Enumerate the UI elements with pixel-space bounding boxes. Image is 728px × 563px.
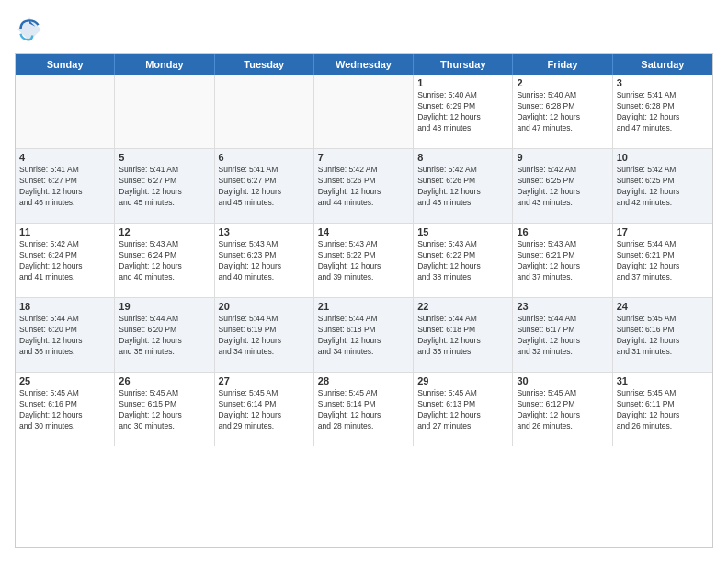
calendar: SundayMondayTuesdayWednesdayThursdayFrid… (15, 53, 713, 548)
day-cell-31: 31Sunrise: 5:45 AM Sunset: 6:11 PM Dayli… (613, 373, 712, 446)
day-info: Sunrise: 5:44 AM Sunset: 6:19 PM Dayligh… (219, 314, 310, 358)
day-info: Sunrise: 5:44 AM Sunset: 6:17 PM Dayligh… (517, 314, 608, 358)
day-info: Sunrise: 5:42 AM Sunset: 6:25 PM Dayligh… (617, 165, 709, 209)
day-cell-24: 24Sunrise: 5:45 AM Sunset: 6:16 PM Dayli… (613, 298, 712, 372)
day-number: 4 (19, 152, 110, 163)
day-info: Sunrise: 5:44 AM Sunset: 6:20 PM Dayligh… (119, 314, 210, 358)
day-cell-16: 16Sunrise: 5:43 AM Sunset: 6:21 PM Dayli… (513, 224, 612, 297)
day-number: 31 (617, 375, 709, 386)
calendar-row-2: 4Sunrise: 5:41 AM Sunset: 6:27 PM Daylig… (16, 149, 712, 224)
day-info: Sunrise: 5:41 AM Sunset: 6:28 PM Dayligh… (617, 90, 709, 134)
day-cell-15: 15Sunrise: 5:43 AM Sunset: 6:22 PM Dayli… (414, 224, 513, 297)
calendar-row-4: 18Sunrise: 5:44 AM Sunset: 6:20 PM Dayli… (16, 298, 712, 373)
day-cell-30: 30Sunrise: 5:45 AM Sunset: 6:12 PM Dayli… (513, 373, 612, 446)
day-cell-17: 17Sunrise: 5:44 AM Sunset: 6:21 PM Dayli… (613, 224, 712, 297)
empty-cell (314, 75, 414, 148)
day-info: Sunrise: 5:45 AM Sunset: 6:15 PM Dayligh… (119, 388, 210, 432)
empty-cell (215, 75, 314, 148)
day-number: 26 (119, 375, 210, 386)
day-info: Sunrise: 5:40 AM Sunset: 6:29 PM Dayligh… (417, 90, 508, 134)
day-cell-5: 5Sunrise: 5:41 AM Sunset: 6:27 PM Daylig… (115, 149, 214, 223)
logo (15, 15, 50, 44)
day-info: Sunrise: 5:44 AM Sunset: 6:21 PM Dayligh… (617, 239, 709, 283)
day-cell-25: 25Sunrise: 5:45 AM Sunset: 6:16 PM Dayli… (16, 373, 115, 446)
day-number: 28 (318, 375, 409, 386)
day-info: Sunrise: 5:41 AM Sunset: 6:27 PM Dayligh… (19, 165, 110, 209)
day-number: 19 (119, 301, 210, 312)
day-cell-6: 6Sunrise: 5:41 AM Sunset: 6:27 PM Daylig… (215, 149, 314, 223)
day-cell-18: 18Sunrise: 5:44 AM Sunset: 6:20 PM Dayli… (16, 298, 115, 372)
day-info: Sunrise: 5:45 AM Sunset: 6:11 PM Dayligh… (617, 388, 709, 432)
day-info: Sunrise: 5:45 AM Sunset: 6:13 PM Dayligh… (417, 388, 508, 432)
day-number: 18 (19, 301, 110, 312)
day-number: 21 (318, 301, 409, 312)
day-cell-22: 22Sunrise: 5:44 AM Sunset: 6:18 PM Dayli… (414, 298, 513, 372)
day-info: Sunrise: 5:43 AM Sunset: 6:21 PM Dayligh… (517, 239, 608, 283)
calendar-row-5: 25Sunrise: 5:45 AM Sunset: 6:16 PM Dayli… (16, 373, 712, 446)
day-number: 30 (517, 375, 608, 386)
day-number: 12 (119, 226, 210, 237)
day-number: 25 (19, 375, 110, 386)
day-number: 11 (19, 226, 110, 237)
header-day-saturday: Saturday (613, 54, 712, 75)
day-cell-29: 29Sunrise: 5:45 AM Sunset: 6:13 PM Dayli… (414, 373, 513, 446)
day-cell-12: 12Sunrise: 5:43 AM Sunset: 6:24 PM Dayli… (115, 224, 214, 297)
header-day-monday: Monday (115, 54, 214, 75)
header-day-friday: Friday (513, 54, 612, 75)
day-info: Sunrise: 5:45 AM Sunset: 6:14 PM Dayligh… (219, 388, 310, 432)
day-info: Sunrise: 5:42 AM Sunset: 6:26 PM Dayligh… (318, 165, 409, 209)
header-day-wednesday: Wednesday (314, 54, 414, 75)
calendar-row-3: 11Sunrise: 5:42 AM Sunset: 6:24 PM Dayli… (16, 224, 712, 298)
header-day-sunday: Sunday (16, 54, 115, 75)
day-number: 22 (417, 301, 508, 312)
day-cell-9: 9Sunrise: 5:42 AM Sunset: 6:25 PM Daylig… (513, 149, 612, 223)
header-day-thursday: Thursday (414, 54, 513, 75)
day-number: 7 (318, 152, 409, 163)
day-cell-14: 14Sunrise: 5:43 AM Sunset: 6:22 PM Dayli… (314, 224, 414, 297)
day-number: 13 (219, 226, 310, 237)
day-number: 15 (417, 226, 508, 237)
day-info: Sunrise: 5:44 AM Sunset: 6:20 PM Dayligh… (19, 314, 110, 358)
day-number: 16 (517, 226, 608, 237)
day-number: 3 (617, 77, 709, 88)
day-cell-11: 11Sunrise: 5:42 AM Sunset: 6:24 PM Dayli… (16, 224, 115, 297)
logo-icon (15, 15, 44, 44)
day-number: 27 (219, 375, 310, 386)
day-cell-27: 27Sunrise: 5:45 AM Sunset: 6:14 PM Dayli… (215, 373, 314, 446)
day-info: Sunrise: 5:42 AM Sunset: 6:24 PM Dayligh… (19, 239, 110, 283)
day-number: 1 (417, 77, 508, 88)
day-info: Sunrise: 5:44 AM Sunset: 6:18 PM Dayligh… (318, 314, 409, 358)
day-cell-26: 26Sunrise: 5:45 AM Sunset: 6:15 PM Dayli… (115, 373, 214, 446)
day-cell-13: 13Sunrise: 5:43 AM Sunset: 6:23 PM Dayli… (215, 224, 314, 297)
calendar-body: 1Sunrise: 5:40 AM Sunset: 6:29 PM Daylig… (16, 75, 712, 446)
day-number: 10 (617, 152, 709, 163)
day-cell-21: 21Sunrise: 5:44 AM Sunset: 6:18 PM Dayli… (314, 298, 414, 372)
day-info: Sunrise: 5:43 AM Sunset: 6:23 PM Dayligh… (219, 239, 310, 283)
day-cell-10: 10Sunrise: 5:42 AM Sunset: 6:25 PM Dayli… (613, 149, 712, 223)
day-info: Sunrise: 5:42 AM Sunset: 6:26 PM Dayligh… (417, 165, 508, 209)
day-cell-4: 4Sunrise: 5:41 AM Sunset: 6:27 PM Daylig… (16, 149, 115, 223)
day-info: Sunrise: 5:42 AM Sunset: 6:25 PM Dayligh… (517, 165, 608, 209)
day-info: Sunrise: 5:40 AM Sunset: 6:28 PM Dayligh… (517, 90, 608, 134)
day-info: Sunrise: 5:45 AM Sunset: 6:12 PM Dayligh… (517, 388, 608, 432)
day-info: Sunrise: 5:41 AM Sunset: 6:27 PM Dayligh… (219, 165, 310, 209)
day-info: Sunrise: 5:41 AM Sunset: 6:27 PM Dayligh… (119, 165, 210, 209)
day-number: 17 (617, 226, 709, 237)
day-number: 8 (417, 152, 508, 163)
day-info: Sunrise: 5:45 AM Sunset: 6:16 PM Dayligh… (617, 314, 709, 358)
day-cell-8: 8Sunrise: 5:42 AM Sunset: 6:26 PM Daylig… (414, 149, 513, 223)
day-cell-7: 7Sunrise: 5:42 AM Sunset: 6:26 PM Daylig… (314, 149, 414, 223)
page: SundayMondayTuesdayWednesdayThursdayFrid… (0, 0, 728, 563)
day-number: 14 (318, 226, 409, 237)
day-cell-2: 2Sunrise: 5:40 AM Sunset: 6:28 PM Daylig… (513, 75, 612, 148)
calendar-header: SundayMondayTuesdayWednesdayThursdayFrid… (16, 54, 712, 75)
day-number: 29 (417, 375, 508, 386)
day-info: Sunrise: 5:43 AM Sunset: 6:22 PM Dayligh… (318, 239, 409, 283)
empty-cell (16, 75, 115, 148)
day-number: 24 (617, 301, 709, 312)
day-cell-19: 19Sunrise: 5:44 AM Sunset: 6:20 PM Dayli… (115, 298, 214, 372)
calendar-row-1: 1Sunrise: 5:40 AM Sunset: 6:29 PM Daylig… (16, 75, 712, 149)
day-info: Sunrise: 5:45 AM Sunset: 6:16 PM Dayligh… (19, 388, 110, 432)
empty-cell (115, 75, 214, 148)
day-number: 20 (219, 301, 310, 312)
